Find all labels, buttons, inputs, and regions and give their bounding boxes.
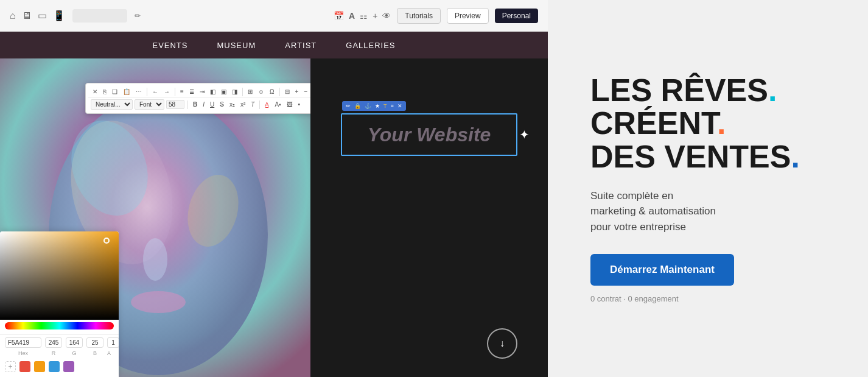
toolbar-row-2: Neutral... Font B I U S x₂ x² T xyxy=(88,98,310,111)
redo-icon[interactable]: → xyxy=(162,87,172,96)
swatch-orange[interactable] xyxy=(34,361,45,372)
preview-button[interactable]: Preview xyxy=(447,8,489,24)
table-icon[interactable]: ⊞ xyxy=(246,87,254,96)
hex-label: Hex xyxy=(5,350,41,356)
tb-anchor-icon[interactable]: ⚓ xyxy=(363,102,373,110)
color-gradient-area[interactable] xyxy=(0,231,119,320)
list-ul-icon[interactable]: ≡ xyxy=(178,87,186,96)
plus-icon[interactable]: + xyxy=(373,11,377,21)
plus-tt-icon[interactable]: + xyxy=(293,87,301,96)
search-input[interactable] xyxy=(72,9,127,23)
font-color-icon[interactable]: A̲ xyxy=(263,100,271,109)
strikethrough-button[interactable]: S xyxy=(218,100,226,109)
text-box-mini-toolbar: ✏ 🔒 ⚓ ★ T ≡ ✕ xyxy=(342,101,406,111)
tablet-icon[interactable]: ▭ xyxy=(38,10,47,21)
image-inline-icon[interactable]: 🖼 xyxy=(285,100,295,109)
b-input[interactable] xyxy=(86,337,103,348)
g-input[interactable] xyxy=(66,337,83,348)
font-name-select[interactable]: Font xyxy=(135,99,164,110)
copy-icon[interactable]: ⎘ xyxy=(101,87,108,96)
paste-icon[interactable]: 📋 xyxy=(121,87,132,96)
personal-button[interactable]: Personal xyxy=(495,9,538,23)
selected-text-box[interactable]: ✏ 🔒 ⚓ ★ T ≡ ✕ Your Website ✦ xyxy=(341,113,517,156)
nav-galleries[interactable]: GALLERIES xyxy=(346,41,395,50)
superscript-button[interactable]: x² xyxy=(239,100,247,109)
top-toolbar: ⌂ 🖥 ▭ 📱 ✏ 📅 A ⚏ + 👁 Tutorials Preview Pe… xyxy=(0,0,548,32)
tb-star-mini-icon[interactable]: ★ xyxy=(374,102,381,110)
align-left-icon[interactable]: ◧ xyxy=(208,87,217,96)
bold-button[interactable]: B xyxy=(191,100,199,109)
headline-line2: CRÉENT. xyxy=(590,107,831,140)
minus-tt-icon[interactable]: − xyxy=(302,87,309,96)
special-char-icon[interactable]: Ω xyxy=(268,87,276,96)
font-family-select[interactable]: Neutral... xyxy=(91,99,133,110)
swatch-blue[interactable] xyxy=(49,361,60,372)
editor-area: EVENTS MUSEUM ARTIST GALLERIES xyxy=(0,32,548,377)
scroll-down-button[interactable]: ↓ xyxy=(487,328,517,359)
font-size-input[interactable] xyxy=(166,100,184,109)
nav-artist[interactable]: ARTIST xyxy=(285,41,317,50)
text-formatting-toolbar: ✕ ⎘ ❑ 📋 ⋯ ← → ≡ ≣ ⇥ ◧ ▣ ◨ xyxy=(85,83,310,114)
subscript-button[interactable]: x₂ xyxy=(228,100,237,109)
swatch-red[interactable] xyxy=(19,361,30,372)
tb-close-icon[interactable]: ✕ xyxy=(396,102,404,110)
column-icon[interactable]: ⊟ xyxy=(283,87,292,96)
emoji-icon[interactable]: ☺ xyxy=(256,87,266,96)
svg-point-4 xyxy=(131,291,186,313)
highlight-icon[interactable]: A▪ xyxy=(273,100,282,109)
svg-point-3 xyxy=(143,238,167,281)
swatch-purple[interactable] xyxy=(63,361,74,372)
duplicate-icon[interactable]: ❑ xyxy=(110,87,119,96)
font-clear-icon[interactable]: T xyxy=(249,100,256,109)
color-swatches: + xyxy=(0,359,119,377)
color-inputs xyxy=(0,334,119,350)
home-icon[interactable]: ⌂ xyxy=(10,10,16,21)
r-label: R xyxy=(45,350,62,356)
cta-button[interactable]: Démarrez Maintenant xyxy=(590,254,734,286)
dot3: . xyxy=(791,139,799,174)
edit-icon[interactable]: ✏ xyxy=(135,12,141,20)
a-label: A xyxy=(107,350,111,356)
hue-slider[interactable] xyxy=(5,322,114,329)
close-tt-icon[interactable]: ✕ xyxy=(91,87,99,96)
hero-right-area: ✏ 🔒 ⚓ ★ T ≡ ✕ Your Website ✦ ↓ xyxy=(310,58,548,377)
bullet-icon[interactable]: • xyxy=(296,100,303,109)
tb-edit-icon[interactable]: ✏ xyxy=(345,102,352,110)
no-contract-text: 0 contrat · 0 engagement xyxy=(590,294,831,303)
tb-highlight-icon[interactable]: T xyxy=(382,102,388,110)
desktop-icon[interactable]: 🖥 xyxy=(22,10,32,21)
g-label: G xyxy=(66,350,83,356)
list-ol-icon[interactable]: ≣ xyxy=(187,87,196,96)
tb-align-icon[interactable]: ≡ xyxy=(390,102,395,110)
calendar-icon[interactable]: 📅 xyxy=(334,11,344,21)
a-input[interactable] xyxy=(107,337,119,348)
color-picker-panel: Hex R G B A + xyxy=(0,231,119,377)
toolbar-right: 📅 A ⚏ + 👁 Tutorials Preview Personal xyxy=(334,8,538,24)
device-icons: ⌂ 🖥 ▭ 📱 xyxy=(10,10,65,21)
nav-museum[interactable]: MUSEUM xyxy=(217,41,256,50)
left-panel: ⌂ 🖥 ▭ 📱 ✏ 📅 A ⚏ + 👁 Tutorials Preview Pe… xyxy=(0,0,548,377)
indent-icon[interactable]: ⇥ xyxy=(198,87,206,96)
nav-events[interactable]: EVENTS xyxy=(152,41,187,50)
align-right-icon[interactable]: ◨ xyxy=(230,87,239,96)
tutorials-button[interactable]: Tutorials xyxy=(397,8,441,24)
subtitle: Suite complète en marketing & automatisa… xyxy=(590,188,785,235)
color-labels: Hex R G B A xyxy=(0,350,119,359)
r-input[interactable] xyxy=(45,337,62,348)
tb-lock-icon[interactable]: 🔒 xyxy=(353,102,362,110)
more-icon[interactable]: ⋯ xyxy=(134,87,144,96)
italic-button[interactable]: I xyxy=(201,100,206,109)
mobile-icon[interactable]: 📱 xyxy=(53,10,65,21)
font-icon[interactable]: A xyxy=(349,11,355,21)
hex-input[interactable] xyxy=(5,337,41,348)
color-cursor[interactable] xyxy=(103,238,110,244)
grid-icon[interactable]: ⚏ xyxy=(360,11,368,21)
site-navigation: EVENTS MUSEUM ARTIST GALLERIES xyxy=(0,32,548,58)
underline-button[interactable]: U xyxy=(208,100,216,109)
eye-icon[interactable]: 👁 xyxy=(382,11,391,21)
hero-area: ✕ ⎘ ❑ 📋 ⋯ ← → ≡ ≣ ⇥ ◧ ▣ ◨ xyxy=(0,58,548,377)
undo-icon[interactable]: ← xyxy=(150,87,160,96)
align-center-icon[interactable]: ▣ xyxy=(219,87,228,96)
headline-line3: DES VENTES. xyxy=(590,140,831,174)
add-swatch-button[interactable]: + xyxy=(5,361,16,372)
